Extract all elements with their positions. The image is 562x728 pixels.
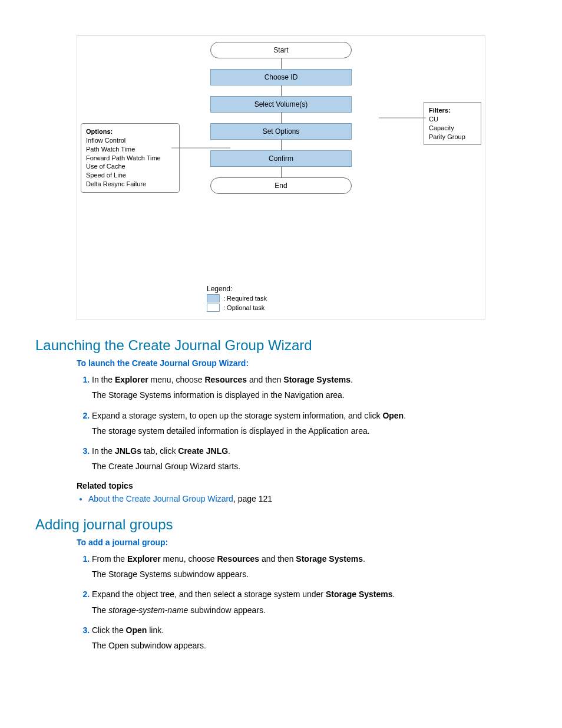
step-description: The Open subwindow appears. xyxy=(92,640,527,651)
related-link[interactable]: About the Create Journal Group Wizard xyxy=(88,494,233,503)
filters-item: Parity Group xyxy=(429,133,465,140)
step-description: The storage system detailed information … xyxy=(92,425,527,437)
legend-required-label: : Required task xyxy=(223,295,267,302)
step-description: The storage-system-name subwindow appear… xyxy=(92,604,527,616)
step-item: From the Explorer menu, choose Resources… xyxy=(92,553,527,581)
options-item: Speed of Line xyxy=(86,172,126,179)
filters-item: CU xyxy=(429,116,438,123)
sub-heading-launch: To launch the Create Journal Group Wizar… xyxy=(77,358,527,368)
step-item: In the Explorer menu, choose Resources a… xyxy=(92,374,527,401)
connector-line-filters xyxy=(379,117,426,118)
flow-step-confirm: Confirm xyxy=(210,150,352,167)
step-item: In the JNLGs tab, click Create JNLG. The… xyxy=(92,445,527,473)
flow-step-select-volumes: Select Volume(s) xyxy=(210,96,352,113)
filters-callout: Filters: CU Capacity Parity Group xyxy=(424,102,481,145)
flowchart-diagram: Start Choose ID Select Volume(s) Set Opt… xyxy=(77,35,485,319)
flow-step-set-options: Set Options xyxy=(210,123,352,140)
related-topics-heading: Related topics xyxy=(77,481,527,490)
flow-start-terminal: Start xyxy=(210,42,352,58)
options-title: Options: xyxy=(86,128,113,135)
options-item: Forward Path Watch Time xyxy=(86,154,161,162)
step-item: Expand a storage system, to open up the … xyxy=(92,410,527,437)
step-description: The Storage Systems information is displ… xyxy=(92,389,527,401)
options-item: Delta Resync Failure xyxy=(86,180,146,187)
step-description: The Storage Systems subwindow appears. xyxy=(92,568,527,580)
legend-optional-label: : Optional task xyxy=(223,304,265,311)
section-heading-adding-groups: Adding journal groups xyxy=(35,516,527,533)
flow-step-choose-id: Choose ID xyxy=(210,69,352,85)
step-item: Click the Open link. The Open subwindow … xyxy=(92,624,527,652)
legend: Legend: : Required task : Optional task xyxy=(207,285,267,312)
flow-end-terminal: End xyxy=(210,177,352,194)
options-item: Use of Cache xyxy=(86,163,125,170)
options-item: Inflow Control xyxy=(86,137,125,144)
step-description: The Create Journal Group Wizard starts. xyxy=(92,460,527,472)
related-item: About the Create Journal Group Wizard, p… xyxy=(88,494,527,503)
legend-required-swatch xyxy=(207,294,220,302)
related-topics-list: About the Create Journal Group Wizard, p… xyxy=(77,494,527,503)
legend-title: Legend: xyxy=(207,285,267,293)
filters-item: Capacity xyxy=(429,124,454,131)
steps-list-add: From the Explorer menu, choose Resources… xyxy=(77,553,527,652)
legend-optional-swatch xyxy=(207,304,220,312)
options-callout: Options: Inflow Control Path Watch Time … xyxy=(81,123,180,193)
options-item: Path Watch Time xyxy=(86,146,135,153)
section-heading-launch-wizard: Launching the Create Journal Group Wizar… xyxy=(35,337,527,354)
filters-title: Filters: xyxy=(429,107,451,114)
step-item: Expand the object tree, and then select … xyxy=(92,588,527,616)
sub-heading-add: To add a journal group: xyxy=(77,538,527,547)
steps-list-launch: In the Explorer menu, choose Resources a… xyxy=(77,374,527,473)
